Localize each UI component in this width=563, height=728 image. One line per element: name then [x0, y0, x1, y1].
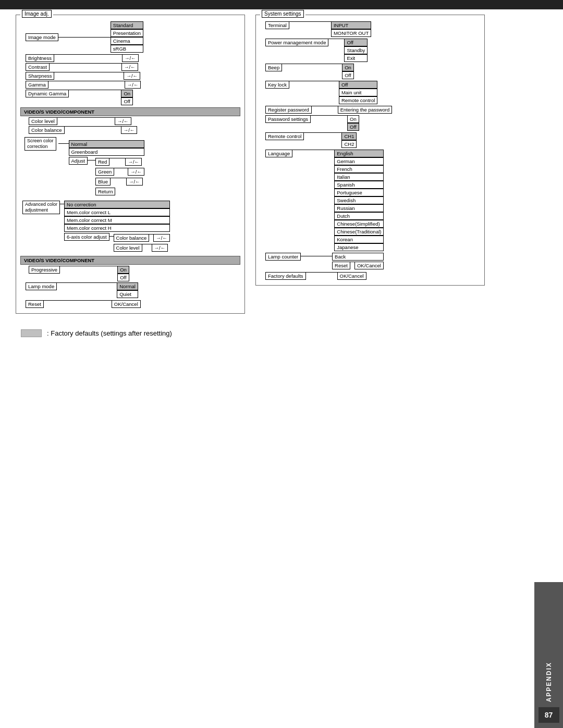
register-pwd-value: Entering the password	[338, 106, 393, 114]
power-mgmt-options: Off Standby Exit	[344, 39, 368, 62]
left-diagram: Image adj. Image mode Standard Presentat…	[16, 15, 245, 314]
red-label: Red	[95, 158, 109, 166]
power-mgmt-row: Power management mode Off Standby Exit	[265, 39, 480, 62]
opt-beep-on: On	[342, 64, 354, 71]
right-title: System settings	[262, 10, 304, 18]
language-label: Language	[265, 150, 292, 157]
key-lock-label: Key lock	[265, 81, 289, 89]
opt-remote-control-opt: Remote control	[339, 96, 377, 104]
adjust-label: Adjust	[69, 157, 88, 165]
opt-ch1: CH1	[341, 132, 357, 140]
blue-value: →/←	[126, 178, 143, 186]
lamp-mode-options: Normal Quiet	[117, 282, 138, 298]
reset-value: OK/Cancel	[112, 300, 141, 308]
reset-label: Reset	[26, 300, 44, 308]
opt-greenboard: Greenboard	[69, 148, 144, 156]
opt-no-correction: No correction	[64, 201, 170, 208]
remote-control-label: Remote control	[265, 132, 304, 140]
opt-monitor-out: MONITOR OUT	[331, 29, 371, 37]
opt-dg-off: Off	[121, 97, 133, 105]
opt-quiet: Quiet	[117, 290, 138, 298]
six-axis-label: 6-axis color adjust	[64, 233, 109, 241]
progressive-options: On Off	[117, 266, 129, 281]
reset-row: Reset OK/Cancel	[26, 300, 240, 308]
sharpness-label: Sharpness	[26, 72, 54, 80]
top-bar	[0, 0, 563, 9]
lamp-counter-options: Back Reset OK/Cancel	[332, 253, 384, 270]
lamp-mode-label: Lamp mode	[26, 282, 57, 290]
opt-srgb: sRGB	[111, 45, 143, 53]
legend-text: : Factory defaults (settings after reset…	[47, 329, 172, 337]
video-section2: VIDEO/S VIDEO/COMPONENT	[20, 256, 240, 265]
image-mode-row: Image mode Standard Presentation Cinema …	[20, 21, 240, 53]
contrast-value: →/←	[121, 63, 138, 71]
remote-control-row: Remote control CH1 CH2	[265, 132, 480, 148]
lamp-mode-row: Lamp mode Normal Quiet	[26, 282, 240, 298]
red-value: →/←	[125, 158, 142, 166]
opt-ch2: CH2	[341, 140, 357, 148]
pwd-settings-label: Password settings	[265, 115, 311, 123]
green-label: Green	[95, 168, 114, 176]
page-number: 87	[538, 707, 559, 723]
opt-key-off: Off	[339, 81, 377, 89]
lamp-counter-label: Lamp counter	[265, 253, 301, 261]
video-section1: VIDEO/S VIDEO/COMPONENT	[20, 107, 240, 116]
image-mode-label: Image mode	[26, 33, 58, 41]
lamp-ok-cancel: OK/Cancel	[354, 262, 384, 269]
opt-input: INPUT	[331, 21, 371, 29]
opt-spanish: Spanish	[334, 181, 384, 189]
opt-pwd-off: Off	[347, 123, 359, 131]
opt-presentation: Presentation	[111, 29, 143, 37]
advanced-color-row: Advanced coloradjustment No correction M…	[22, 201, 240, 254]
terminal-row: Terminal INPUT MONITOR OUT	[265, 21, 480, 37]
opt-cinema: Cinema	[111, 37, 143, 45]
opt-chinese-traditional: Chinese(Traditional)	[334, 228, 384, 236]
gamma-label: Gamma	[26, 81, 48, 89]
factory-defaults-value: OK/Cancel	[337, 272, 366, 280]
lamp-counter-row: Lamp counter Back Reset OK/Cancel	[265, 253, 480, 270]
opt-prog-off: Off	[117, 274, 129, 281]
color-balance-label: Color balance	[29, 126, 65, 134]
color-level-row: Color level →/←	[29, 117, 240, 125]
opt-exit: Exit	[344, 54, 368, 62]
dynamic-gamma-row: Dynamic Gamma On Off	[26, 90, 240, 105]
pwd-settings-row: Password settings On Off	[265, 115, 480, 131]
appendix-label: APPENDIX	[545, 662, 553, 702]
opt-back: Back	[332, 253, 384, 261]
advanced-color-options: No correction Mem.color correct L Mem.co…	[64, 201, 170, 254]
opt-off: Off	[344, 39, 368, 46]
beep-options: On Off	[342, 64, 354, 79]
dynamic-gamma-options: On Off	[121, 90, 133, 105]
register-pwd-row: Register password Entering the password	[265, 106, 480, 114]
color-balance-row: Color balance →/←	[29, 126, 240, 134]
opt-pwd-on: On	[347, 115, 359, 123]
factory-defaults-label: Factory defaults	[265, 272, 306, 280]
opt-german: German	[334, 157, 384, 165]
color-level-label: Color level	[29, 117, 57, 125]
opt-normal: Normal	[117, 282, 138, 290]
opt-russian: Russian	[334, 204, 384, 212]
terminal-options: INPUT MONITOR OUT	[331, 21, 371, 37]
opt-swedish: Swedish	[334, 196, 384, 204]
lamp-reset-label: Reset	[332, 262, 350, 269]
opt-beep-off: Off	[342, 71, 354, 79]
color-balance-value: →/←	[121, 126, 138, 134]
screen-color-label: Screen colorcorrection	[25, 137, 56, 151]
pwd-settings-options: On Off	[347, 115, 359, 131]
opt-portuguese: Portuguese	[334, 189, 384, 196]
screen-color-row: Screen colorcorrection Normal Greenboard	[25, 137, 240, 199]
opt-chinese-simplified: Chinese(Simplified)	[334, 220, 384, 228]
key-lock-options: Off Main unit Remote control	[339, 81, 377, 104]
opt-english: English	[334, 150, 384, 157]
opt-normal: Normal	[69, 140, 144, 148]
return-label: Return	[95, 188, 116, 195]
gamma-value: →/←	[125, 81, 141, 89]
opt-dutch: Dutch	[334, 212, 384, 220]
language-options: English German French Italian Spanish Po…	[334, 150, 384, 251]
remote-control-options: CH1 CH2	[341, 132, 357, 148]
image-mode-line	[58, 37, 111, 38]
appendix-sidebar: APPENDIX 87	[534, 582, 563, 728]
progressive-label: Progressive	[29, 266, 60, 274]
contrast-row: Contrast →/←	[26, 63, 240, 71]
factory-defaults-row: Factory defaults OK/Cancel	[265, 272, 480, 280]
